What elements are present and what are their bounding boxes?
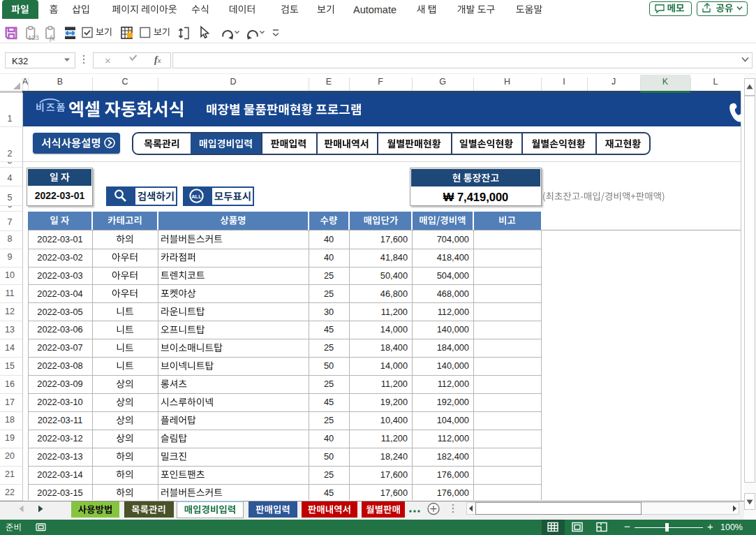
svg-text:fx: fx [50,34,55,42]
svg-text:123: 123 [28,34,39,41]
